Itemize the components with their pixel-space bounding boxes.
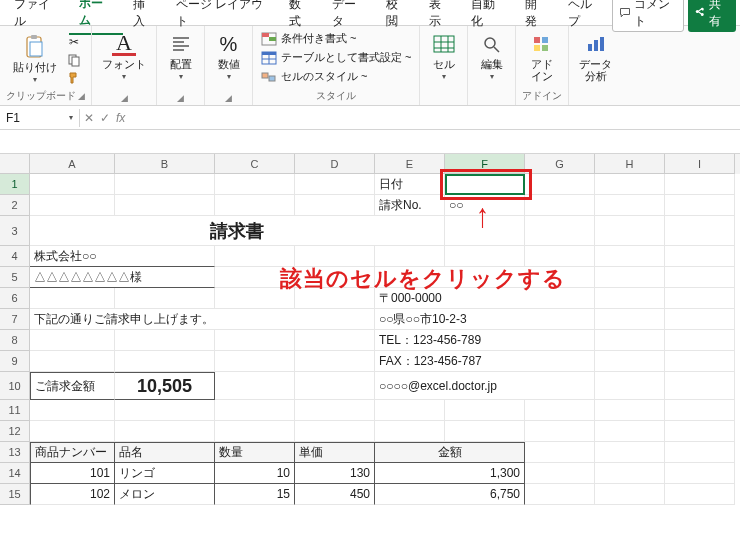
- dialog-launcher-icon[interactable]: ◢: [78, 91, 85, 101]
- cancel-formula-icon[interactable]: ✕: [84, 111, 94, 125]
- row-head-6[interactable]: 6: [0, 288, 30, 309]
- th-number[interactable]: 商品ナンバー: [30, 442, 115, 463]
- cell-styles-button[interactable]: セルのスタイル ~: [259, 68, 413, 85]
- col-head-G[interactable]: G: [525, 154, 595, 174]
- cell[interactable]: [215, 421, 295, 442]
- col-head-F[interactable]: F: [445, 154, 525, 174]
- cell[interactable]: [295, 400, 375, 421]
- cell-title[interactable]: 請求書: [30, 216, 445, 246]
- cell[interactable]: 101: [30, 463, 115, 484]
- cell[interactable]: [30, 351, 115, 372]
- cell[interactable]: [665, 246, 735, 267]
- row-head-1[interactable]: 1: [0, 174, 30, 195]
- th-name[interactable]: 品名: [115, 442, 215, 463]
- copy-button[interactable]: [65, 52, 83, 68]
- cell[interactable]: [215, 330, 295, 351]
- cell[interactable]: [30, 330, 115, 351]
- cell[interactable]: [665, 442, 735, 463]
- cell[interactable]: 10: [215, 463, 295, 484]
- cell[interactable]: [595, 463, 665, 484]
- formula-input[interactable]: [129, 116, 740, 120]
- cell[interactable]: [595, 484, 665, 505]
- cell[interactable]: [665, 195, 735, 216]
- format-painter-button[interactable]: [65, 70, 83, 86]
- cell[interactable]: リンゴ: [115, 463, 215, 484]
- row-head-14[interactable]: 14: [0, 463, 30, 484]
- cell[interactable]: 6,750: [375, 484, 525, 505]
- cell[interactable]: ご請求金額: [30, 372, 115, 400]
- row-head-12[interactable]: 12: [0, 421, 30, 442]
- cell[interactable]: [30, 174, 115, 195]
- cell[interactable]: [445, 400, 525, 421]
- row-head-3[interactable]: 3: [0, 216, 30, 246]
- row-head-7[interactable]: 7: [0, 309, 30, 330]
- cell[interactable]: [525, 216, 595, 246]
- formula-bar-expand[interactable]: [0, 130, 740, 154]
- col-head-E[interactable]: E: [375, 154, 445, 174]
- cell[interactable]: [595, 267, 665, 288]
- cell[interactable]: [665, 463, 735, 484]
- cell[interactable]: [215, 195, 295, 216]
- conditional-format-button[interactable]: 条件付き書式 ~: [259, 30, 413, 47]
- cell[interactable]: [525, 421, 595, 442]
- dialog-launcher-icon[interactable]: ◢: [177, 93, 184, 103]
- cell-F1[interactable]: [445, 174, 525, 195]
- th-amount[interactable]: 金額: [375, 442, 525, 463]
- share-button[interactable]: 共有: [688, 0, 736, 32]
- cell[interactable]: 日付: [375, 174, 445, 195]
- col-head-I[interactable]: I: [665, 154, 735, 174]
- cell[interactable]: 130: [295, 463, 375, 484]
- cell[interactable]: △△△△△△△△様: [30, 267, 215, 288]
- cell[interactable]: [595, 442, 665, 463]
- row-head-9[interactable]: 9: [0, 351, 30, 372]
- col-head-H[interactable]: H: [595, 154, 665, 174]
- fx-icon[interactable]: fx: [116, 111, 125, 125]
- cell[interactable]: [595, 421, 665, 442]
- cell[interactable]: [295, 174, 375, 195]
- row-head-10[interactable]: 10: [0, 372, 30, 400]
- th-qty[interactable]: 数量: [215, 442, 295, 463]
- cell[interactable]: [525, 195, 595, 216]
- cell[interactable]: [595, 195, 665, 216]
- cell[interactable]: 1,300: [375, 463, 525, 484]
- col-head-C[interactable]: C: [215, 154, 295, 174]
- row-head-11[interactable]: 11: [0, 400, 30, 421]
- cell[interactable]: [30, 400, 115, 421]
- cell[interactable]: [595, 309, 665, 330]
- cell[interactable]: [665, 267, 735, 288]
- row-head-4[interactable]: 4: [0, 246, 30, 267]
- cell[interactable]: [115, 288, 215, 309]
- cell[interactable]: [525, 442, 595, 463]
- dialog-launcher-icon[interactable]: ◢: [225, 93, 232, 103]
- select-all-corner[interactable]: [0, 154, 30, 174]
- col-head-B[interactable]: B: [115, 154, 215, 174]
- cell[interactable]: TEL：123-456-789: [375, 330, 595, 351]
- font-button[interactable]: A フォント ▾: [98, 30, 150, 83]
- cell[interactable]: [595, 174, 665, 195]
- cell[interactable]: [215, 351, 295, 372]
- cell[interactable]: 下記の通りご請求申し上げます。: [30, 309, 375, 330]
- cell[interactable]: [215, 174, 295, 195]
- cell[interactable]: [525, 400, 595, 421]
- cell[interactable]: [665, 351, 735, 372]
- col-head-A[interactable]: A: [30, 154, 115, 174]
- cell[interactable]: ○○県○○市10-2-3: [375, 309, 595, 330]
- cell[interactable]: [665, 484, 735, 505]
- cell[interactable]: [295, 351, 375, 372]
- format-as-table-button[interactable]: テーブルとして書式設定 ~: [259, 49, 413, 66]
- cell[interactable]: [215, 400, 295, 421]
- cell[interactable]: 15: [215, 484, 295, 505]
- cell[interactable]: [595, 246, 665, 267]
- paste-button[interactable]: 貼り付け ▾: [9, 33, 61, 86]
- cell[interactable]: [295, 195, 375, 216]
- th-price[interactable]: 単価: [295, 442, 375, 463]
- cell[interactable]: [665, 216, 735, 246]
- cell[interactable]: [665, 421, 735, 442]
- cell[interactable]: ○○○○@excel.doctor.jp: [375, 372, 595, 400]
- addins-button[interactable]: アド イン: [526, 30, 558, 84]
- cell[interactable]: [525, 174, 595, 195]
- cell[interactable]: [525, 463, 595, 484]
- col-head-D[interactable]: D: [295, 154, 375, 174]
- cell[interactable]: [665, 372, 735, 400]
- cut-button[interactable]: ✂: [65, 34, 83, 50]
